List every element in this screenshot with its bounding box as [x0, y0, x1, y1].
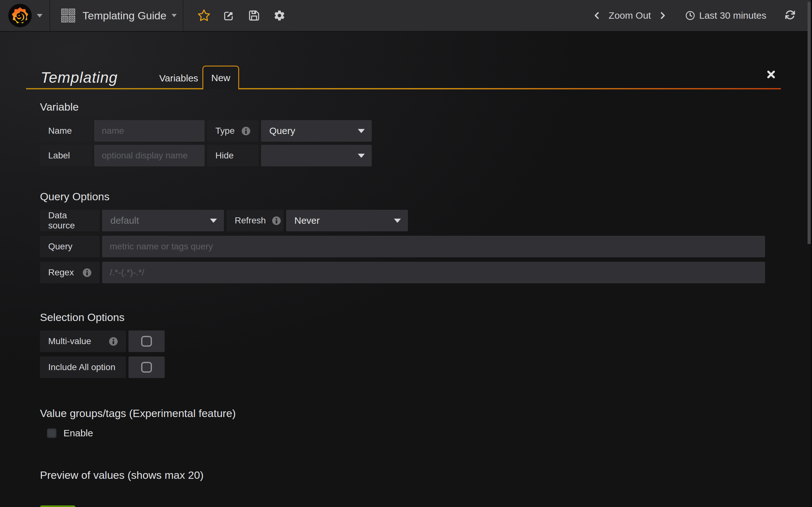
enable-label: Enable	[63, 428, 93, 439]
variable-editor-form: Variable Name Type Query Label Hide	[0, 101, 812, 507]
section-heading: Value groups/tags (Experimental feature)	[40, 407, 812, 419]
navbar-actions	[183, 0, 299, 31]
info-icon[interactable]	[272, 216, 281, 225]
chevron-left-icon[interactable]	[592, 11, 602, 20]
datasource-refresh-row: Data source default Refresh Never	[40, 210, 812, 231]
type-select[interactable]: Query	[261, 120, 372, 142]
dashboard-title-dropdown[interactable]: Templating Guide	[50, 0, 183, 31]
info-icon[interactable]	[242, 127, 250, 135]
zoom-out-button[interactable]: Zoom Out	[609, 10, 651, 21]
navbar-spacer	[299, 0, 585, 31]
share-icon	[223, 9, 235, 21]
section-value-groups: Value groups/tags (Experimental feature)…	[40, 407, 812, 439]
regex-label: Regex	[40, 262, 100, 283]
add-button[interactable]: Add	[40, 505, 75, 507]
scrollbar-track	[808, 0, 812, 507]
page-title: Templating	[41, 69, 118, 86]
main-menu-caret-icon	[37, 14, 43, 17]
section-preview: Preview of values (shows max 20)	[40, 469, 812, 481]
tab-underline	[26, 88, 781, 89]
close-icon	[766, 70, 776, 79]
dashboard-title-caret-icon	[171, 14, 177, 17]
section-heading: Variable	[40, 101, 812, 113]
hide-select[interactable]	[261, 145, 372, 166]
regex-input[interactable]	[102, 262, 765, 283]
enable-checkbox-icon	[47, 429, 56, 438]
tab-new[interactable]: New	[202, 66, 239, 89]
share-button[interactable]	[223, 9, 248, 21]
include-all-row: Include All option	[40, 356, 812, 378]
time-controls: Zoom Out Last 30 minutes	[585, 0, 812, 31]
name-input[interactable]	[94, 120, 205, 142]
section-heading: Selection Options	[40, 311, 812, 324]
name-type-row: Name Type Query	[40, 120, 812, 142]
scrollbar-edge	[811, 0, 812, 507]
dashboard-title: Templating Guide	[83, 9, 166, 22]
label-input[interactable]	[94, 145, 205, 166]
checkbox-icon	[141, 336, 152, 347]
grafana-logo-icon	[8, 3, 32, 28]
scrollbar-thumb[interactable]	[808, 2, 811, 244]
checkbox-icon	[141, 362, 152, 373]
regex-row: Regex	[40, 262, 812, 283]
query-label: Query	[40, 236, 100, 257]
section-variable: Variable Name Type Query Label Hide	[40, 101, 812, 166]
save-icon	[248, 9, 260, 21]
multi-value-checkbox[interactable]	[129, 331, 165, 352]
select-caret-icon	[394, 219, 401, 223]
section-heading: Query Options	[40, 190, 812, 203]
time-range-picker[interactable]: Last 30 minutes	[685, 10, 766, 21]
gear-icon	[273, 9, 286, 21]
save-button[interactable]	[248, 9, 273, 21]
datasource-label: Data source	[40, 210, 100, 231]
select-caret-icon	[210, 219, 217, 223]
section-selection-options: Selection Options Multi-value Include Al…	[40, 311, 812, 378]
multi-value-row: Multi-value	[40, 331, 812, 352]
refresh-select[interactable]: Never	[286, 210, 408, 231]
enable-toggle[interactable]: Enable	[40, 428, 812, 439]
refresh-label: Refresh	[226, 210, 284, 231]
favorite-button[interactable]	[197, 9, 223, 22]
hide-label: Hide	[207, 145, 258, 166]
dashboard-grid-icon	[61, 8, 75, 23]
navbar: Templating Guide	[0, 0, 812, 32]
name-label: Name	[40, 120, 92, 142]
query-row: Query	[40, 236, 812, 257]
star-icon	[197, 9, 211, 22]
chevron-right-icon[interactable]	[658, 11, 667, 20]
label-hide-row: Label Hide	[40, 145, 812, 166]
templating-editor-header: Templating Variables New	[26, 63, 781, 89]
multi-value-label: Multi-value	[40, 331, 126, 352]
settings-button[interactable]	[273, 9, 299, 21]
section-heading: Preview of values (shows max 20)	[40, 469, 812, 481]
select-caret-icon	[358, 154, 365, 158]
select-caret-icon	[358, 129, 365, 133]
info-icon[interactable]	[83, 268, 91, 277]
tab-variables[interactable]: Variables	[152, 68, 205, 88]
include-all-label: Include All option	[40, 356, 126, 378]
include-all-checkbox[interactable]	[129, 356, 165, 378]
time-range-label: Last 30 minutes	[699, 10, 766, 21]
refresh-icon	[785, 9, 796, 20]
close-editor-button[interactable]	[766, 70, 776, 80]
section-query-options: Query Options Data source default Refres…	[40, 190, 812, 283]
type-label: Type	[207, 120, 258, 142]
info-icon[interactable]	[109, 337, 118, 346]
label-label: Label	[40, 145, 92, 166]
refresh-button[interactable]	[785, 9, 796, 21]
query-input[interactable]	[102, 236, 765, 257]
clock-icon	[685, 10, 695, 20]
grafana-menu-button[interactable]	[0, 0, 50, 31]
datasource-select[interactable]: default	[102, 210, 224, 231]
